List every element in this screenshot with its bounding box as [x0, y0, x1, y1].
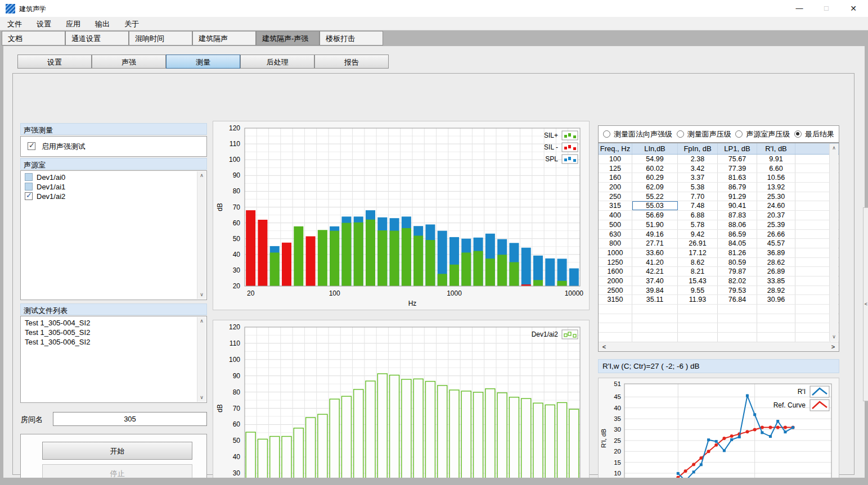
table-cell[interactable] — [678, 323, 718, 332]
minimize-button[interactable]: — — [786, 0, 812, 17]
radio-option-3[interactable]: 最后结果 — [794, 129, 834, 139]
subtab-2[interactable]: 测量 — [166, 55, 240, 69]
table-cell[interactable] — [795, 295, 830, 304]
channel-checkbox[interactable] — [25, 192, 33, 200]
table-cell[interactable]: 13.92 — [757, 183, 795, 192]
scroll-up-icon[interactable]: ∧ — [197, 171, 206, 180]
table-cell[interactable]: 800 — [599, 239, 632, 248]
table-cell[interactable]: 55.03 — [632, 201, 678, 210]
table-cell[interactable]: 86.59 — [718, 230, 757, 239]
table-cell[interactable] — [632, 323, 678, 332]
table-cell[interactable]: 24.60 — [757, 201, 795, 210]
table-cell[interactable]: 200 — [599, 183, 632, 192]
table-cell[interactable]: 91.29 — [718, 192, 757, 201]
table-cell[interactable]: 33.60 — [632, 248, 678, 257]
table-cell[interactable]: 315 — [599, 201, 632, 210]
table-cell[interactable]: 79.53 — [718, 286, 757, 295]
table-cell[interactable]: 39.84 — [632, 286, 678, 295]
table-cell[interactable]: 86.79 — [718, 183, 757, 192]
table-cell[interactable] — [599, 314, 632, 323]
table-cell[interactable]: 1250 — [599, 258, 632, 267]
table-cell[interactable]: 1000 — [599, 248, 632, 257]
table-cell[interactable] — [795, 277, 830, 285]
table-cell[interactable]: 81.63 — [718, 173, 757, 182]
table-cell[interactable] — [795, 333, 830, 342]
table-cell[interactable] — [795, 230, 830, 239]
table-cell[interactable]: 60.02 — [632, 164, 678, 173]
tab-5[interactable]: 楼板打击 — [320, 31, 383, 46]
menu-item-3[interactable]: 输出 — [88, 17, 117, 30]
table-cell[interactable]: 42.21 — [632, 267, 678, 276]
table-cell[interactable]: 80.59 — [718, 258, 757, 267]
channel-list-item[interactable]: Dev1/ai2 — [21, 192, 206, 201]
table-cell[interactable]: 75.67 — [718, 155, 757, 164]
table-cell[interactable]: 26.91 — [678, 239, 718, 248]
table-cell[interactable] — [718, 305, 757, 314]
channel-checkbox[interactable] — [25, 173, 33, 181]
table-cell[interactable]: 400 — [599, 211, 632, 220]
table-cell[interactable]: 51.90 — [632, 220, 678, 229]
table-cell[interactable]: 3.42 — [678, 164, 718, 173]
tab-0[interactable]: 文档 — [2, 31, 65, 46]
menu-item-0[interactable]: 文件 — [0, 17, 29, 30]
table-cell[interactable]: 76.84 — [718, 295, 757, 304]
table-cell[interactable] — [718, 314, 757, 323]
close-button[interactable]: ✕ — [840, 0, 866, 17]
channel-list-item[interactable]: Dev1/ai1 — [21, 182, 206, 192]
table-cell[interactable]: 79.87 — [718, 267, 757, 276]
tab-2[interactable]: 混响时间 — [129, 31, 192, 46]
file-list-item[interactable]: Test 1_305-005_SI2 — [21, 328, 206, 337]
scroll-down-icon[interactable]: ∨ — [197, 393, 206, 402]
table-cell[interactable] — [632, 305, 678, 314]
table-cell[interactable]: 37.40 — [632, 277, 678, 285]
table-cell[interactable] — [757, 323, 795, 332]
table-cell[interactable]: 82.02 — [718, 277, 757, 285]
scroll-right-icon[interactable]: > — [829, 343, 838, 351]
subtab-0[interactable]: 设置 — [17, 55, 92, 69]
table-cell[interactable] — [757, 314, 795, 323]
table-cell[interactable] — [795, 314, 830, 323]
table-cell[interactable] — [599, 333, 632, 342]
table-cell[interactable]: 45.57 — [757, 239, 795, 248]
room-name-input[interactable] — [53, 412, 207, 426]
table-cell[interactable] — [678, 333, 718, 342]
table-cell[interactable]: 7.48 — [678, 201, 718, 210]
table-cell[interactable] — [795, 173, 830, 182]
channel-list-item[interactable]: Dev1/ai0 — [21, 171, 206, 182]
file-list-item[interactable]: Test 1_305-006_SI2 — [21, 337, 206, 347]
table-cell[interactable]: 2500 — [599, 286, 632, 295]
table-cell[interactable]: 7.70 — [678, 192, 718, 201]
table-cell[interactable]: 27.71 — [632, 239, 678, 248]
table-cell[interactable] — [757, 333, 795, 342]
table-cell[interactable]: 8.21 — [678, 267, 718, 276]
table-cell[interactable]: 125 — [599, 164, 632, 173]
table-cell[interactable] — [795, 323, 830, 332]
table-cell[interactable]: 87.83 — [718, 211, 757, 220]
table-cell[interactable] — [757, 305, 795, 314]
subtab-4[interactable]: 报告 — [314, 55, 389, 69]
table-cell[interactable] — [795, 305, 830, 314]
table-cell[interactable] — [795, 201, 830, 210]
table-cell[interactable] — [795, 286, 830, 295]
table-cell[interactable]: 28.62 — [757, 258, 795, 267]
table-cell[interactable]: 28.92 — [757, 286, 795, 295]
table-cell[interactable]: 1600 — [599, 267, 632, 276]
table-cell[interactable]: 2.38 — [678, 155, 718, 164]
scroll-down-icon[interactable]: ∨ — [197, 291, 206, 299]
table-cell[interactable]: 9.91 — [757, 155, 795, 164]
table-cell[interactable]: 15.43 — [678, 277, 718, 285]
table-cell[interactable]: 54.99 — [632, 155, 678, 164]
table-cell[interactable]: 17.12 — [678, 248, 718, 257]
table-cell[interactable]: 35.11 — [632, 295, 678, 304]
radio-option-1[interactable]: 测量面声压级 — [677, 129, 731, 139]
table-cell[interactable]: 25.39 — [757, 220, 795, 229]
radio-option-0[interactable]: 测量面法向声强级 — [603, 129, 672, 139]
table-cell[interactable]: 26.89 — [757, 267, 795, 276]
scroll-up-icon[interactable]: ∧ — [830, 144, 838, 152]
table-cell[interactable] — [718, 333, 757, 342]
table-cell[interactable] — [795, 239, 830, 248]
table-cell[interactable]: 250 — [599, 192, 632, 201]
table-cell[interactable]: 25.30 — [757, 192, 795, 201]
table-cell[interactable]: 84.05 — [718, 239, 757, 248]
table-cell[interactable]: 60.29 — [632, 173, 678, 182]
